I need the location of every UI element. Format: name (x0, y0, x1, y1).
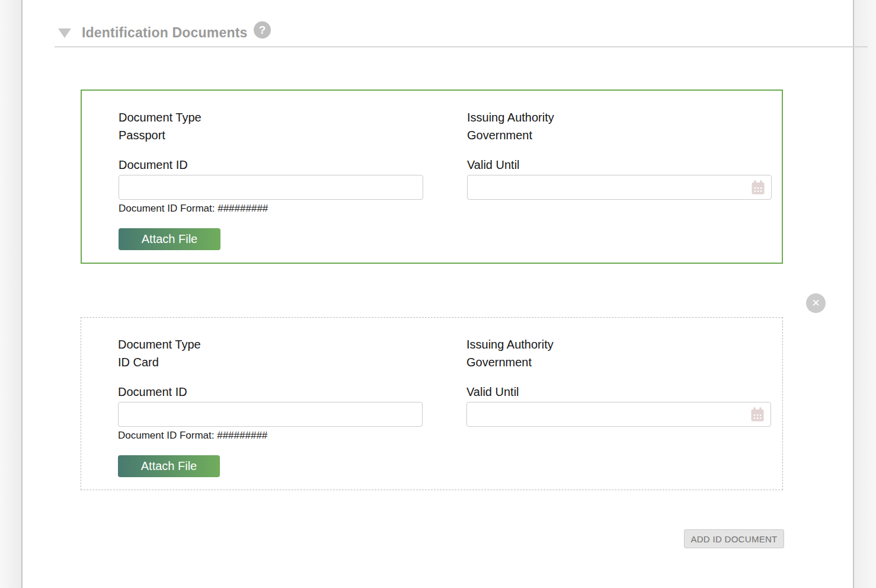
remove-document-button[interactable]: ✕ (806, 293, 826, 313)
valid-until-label: Valid Until (466, 385, 519, 399)
document-id-label: Document ID (119, 158, 188, 172)
identification-documents-panel: Identification Documents ? Document Type… (24, 0, 853, 588)
issuing-authority-value: Government (467, 128, 532, 142)
document-type-label: Document Type (119, 110, 202, 124)
document-card-passport: Document Type Passport Issuing Authority… (81, 90, 783, 264)
valid-until-input[interactable] (466, 402, 771, 427)
document-type-value: ID Card (118, 355, 159, 369)
valid-until-field (467, 175, 772, 200)
collapse-triangle-icon[interactable] (58, 28, 71, 38)
calendar-icon[interactable] (749, 406, 766, 423)
valid-until-input[interactable] (467, 175, 772, 200)
add-id-document-button[interactable]: ADD ID DOCUMENT (684, 529, 784, 548)
valid-until-label: Valid Until (467, 158, 520, 172)
document-type-value: Passport (119, 128, 165, 142)
document-id-format-hint: Document ID Format: ######### (118, 430, 267, 442)
page-right-gutter (853, 0, 876, 588)
attach-file-button[interactable]: Attach File (118, 455, 220, 477)
header-divider (55, 46, 868, 47)
document-id-input[interactable] (119, 175, 423, 200)
issuing-authority-value: Government (466, 355, 532, 369)
issuing-authority-label: Issuing Authority (466, 337, 554, 351)
document-id-input[interactable] (118, 402, 423, 427)
valid-until-field (466, 402, 771, 427)
document-type-label: Document Type (118, 337, 201, 351)
document-id-label: Document ID (118, 385, 187, 399)
calendar-icon[interactable] (750, 179, 766, 196)
document-id-format-hint: Document ID Format: ######### (119, 203, 268, 215)
issuing-authority-label: Issuing Authority (467, 110, 554, 124)
document-card-id-card: Document Type ID Card Issuing Authority … (81, 317, 783, 490)
attach-file-button[interactable]: Attach File (119, 228, 220, 250)
page-left-gutter (0, 0, 23, 588)
section-title: Identification Documents (82, 25, 248, 41)
help-icon[interactable]: ? (254, 21, 271, 39)
